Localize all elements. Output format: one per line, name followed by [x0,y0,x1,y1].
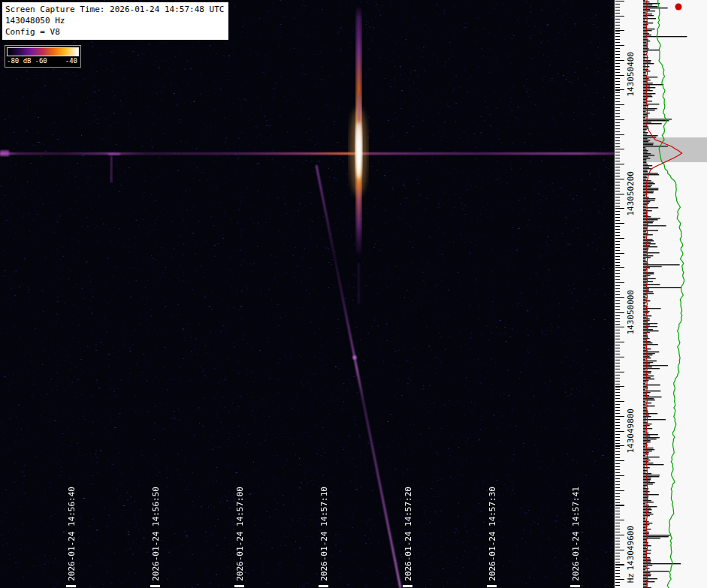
colorbar-legend: -80 dB -60 -40 [5,45,81,68]
colorbar-min-label: -80 dB [7,57,32,65]
freq-axis-label: 143050400 [626,52,636,97]
time-axis-label: 2026-01-24 14:57:41 [571,487,581,581]
colorbar-gradient [7,47,79,56]
config-text: Config = V8 [5,26,224,38]
time-axis-label: 2026-01-24 14:57:00 [235,487,245,581]
center-frequency-text: 143048050 Hz [5,15,224,26]
time-axis-tick [66,585,76,587]
time-axis-label: 2026-01-24 14:57:30 [488,487,497,581]
time-axis-tick [319,585,328,587]
time-axis-label: 2026-01-24 14:57:20 [403,487,413,581]
time-axis-label: 2026-01-24 14:57:10 [319,487,329,581]
freq-axis-label: 143050200 [626,171,636,216]
freq-axis-label: 143049800 [626,409,636,454]
waterfall-display: Screen Capture Time: 2026-01-24 14:57:48… [0,0,615,588]
time-axis-label: 2026-01-24 14:56:40 [67,487,77,581]
info-box: Screen Capture Time: 2026-01-24 14:57:48… [2,2,228,40]
time-axis-tick [487,585,497,587]
colorbar-mid-label: -60 [35,57,47,65]
time-axis-tick [570,585,580,587]
time-axis-tick [150,585,160,587]
freq-axis-unit: Hz [626,573,636,583]
freq-axis-label: 143050000 [626,290,636,335]
time-axis-label: 2026-01-24 14:56:50 [151,487,161,581]
ruler-major-ticks [615,1,624,587]
capture-time-text: Screen Capture Time: 2026-01-24 14:57:48… [5,4,224,15]
freq-axis-label: 143049600 [626,526,636,571]
spectrum-plot-canvas [643,0,707,588]
time-axis-tick [234,585,244,587]
meteor-core [355,122,362,179]
frequency-axis-panel: 143050400 143050200 143050000 143049800 … [615,0,707,588]
signal-overlay [0,0,615,588]
colorbar-labels: -80 dB -60 -40 [7,57,79,65]
carrier-line [0,152,615,155]
colorbar-max-label: -40 [65,57,77,65]
spectrogram-app: Screen Capture Time: 2026-01-24 14:57:48… [0,0,707,588]
time-axis-tick [403,585,412,587]
